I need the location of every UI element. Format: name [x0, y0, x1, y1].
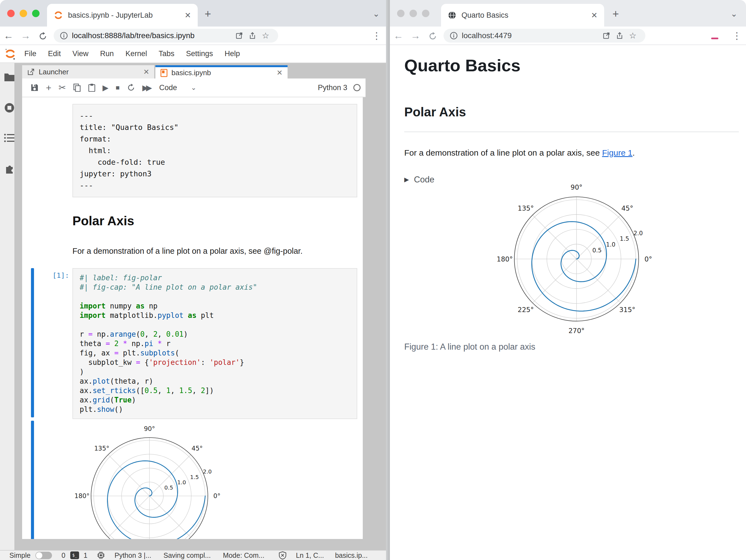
cursor-position[interactable]: Ln 1, C... [296, 552, 324, 559]
stop-kernel-icon[interactable]: ■ [116, 84, 120, 91]
running-kernels-icon[interactable] [4, 102, 15, 113]
simple-mode-toggle[interactable] [35, 552, 52, 559]
svg-text:315°: 315° [619, 306, 635, 314]
jupyterlab-statusbar: Simple 0 $_ 1 Python 3 |... Saving compl… [0, 550, 386, 560]
polar-plot-output: 0.51.01.52.00°45°90°135°180°225°270°315° [74, 420, 225, 539]
svg-text:180°: 180° [75, 492, 90, 499]
svg-text:2.0: 2.0 [633, 230, 643, 237]
minimize-window-button[interactable] [409, 10, 417, 17]
jupyter-favicon [54, 10, 63, 20]
input-collapser[interactable] [31, 268, 34, 417]
bookmark-star-icon[interactable]: ☆ [262, 31, 269, 40]
open-in-new-icon[interactable] [602, 32, 610, 39]
minimize-window-button[interactable] [20, 10, 27, 17]
jupyterlab-main: Launcher ✕ basics.ipynb ✕ + ✂ [0, 63, 386, 550]
menubar-item-view[interactable]: View [73, 50, 88, 58]
svg-text:45°: 45° [621, 205, 633, 212]
site-info-icon[interactable] [450, 31, 458, 40]
mode-indicator[interactable]: Mode: Com... [223, 552, 264, 559]
cell-type-chevron-icon[interactable]: ⌄ [191, 84, 196, 91]
address-bar[interactable]: localhost:4479 ☆ [443, 29, 645, 42]
kernel-status-text[interactable]: Python 3 |... [114, 552, 151, 559]
url-text: localhost:4479 [462, 31, 512, 40]
share-icon[interactable] [249, 32, 256, 39]
notebook-file-icon [161, 69, 168, 77]
kernel-status-icon[interactable] [353, 84, 361, 91]
back-icon[interactable]: ← [390, 30, 407, 41]
site-info-icon[interactable] [60, 31, 68, 40]
restart-run-all-icon[interactable]: ▶▶ [142, 83, 150, 92]
page-title: Quarto Basics [404, 56, 739, 75]
menubar-item-tabs[interactable]: Tabs [159, 50, 174, 58]
reload-icon[interactable] [34, 30, 51, 41]
statusbar-filename: basics.ip... [335, 552, 368, 559]
output-collapser[interactable] [31, 421, 34, 539]
browser-toolbar: ← → localhost:8888/lab/tree/basics.ipynb [0, 27, 390, 45]
table-of-contents-icon[interactable] [4, 133, 15, 143]
quarto-page: Quarto Basics Polar Axis For a demonstra… [404, 45, 739, 185]
zoom-window-button[interactable] [422, 10, 429, 17]
close-window-button[interactable] [7, 10, 15, 17]
svg-text:1.5: 1.5 [190, 474, 199, 480]
menubar-item-run[interactable]: Run [100, 50, 114, 58]
new-tab-button[interactable]: + [205, 8, 211, 19]
file-browser-icon[interactable] [4, 72, 15, 82]
browser-tab-jupyterlab[interactable]: basics.ipynb - JupyterLab ✕ [47, 4, 198, 27]
menubar-item-kernel[interactable]: Kernel [125, 50, 147, 58]
cell-type-dropdown[interactable]: Code [159, 84, 177, 92]
zoom-window-button[interactable] [32, 10, 39, 17]
forward-icon[interactable]: → [17, 30, 34, 41]
extension-manager-icon[interactable] [4, 163, 15, 174]
macos-traffic-lights[interactable] [7, 10, 39, 17]
browser-tab-quarto[interactable]: Quarto Basics ✕ [441, 4, 604, 27]
jupyter-logo [4, 48, 17, 60]
kernel-name[interactable]: Python 3 [318, 84, 347, 92]
tab-close-icon[interactable]: ✕ [176, 11, 191, 20]
document-tabbar: Launcher ✕ basics.ipynb ✕ [22, 65, 366, 79]
tab-search-chevron-icon[interactable]: ⌄ [373, 9, 380, 19]
open-in-new-icon[interactable] [235, 32, 243, 39]
insert-cell-icon[interactable]: + [46, 82, 51, 93]
menubar-item-edit[interactable]: Edit [48, 50, 61, 58]
markdown-paragraph: For a demonstration of a line plot on a … [73, 246, 303, 256]
svg-text:1.5: 1.5 [620, 235, 629, 242]
globe-favicon [448, 11, 457, 20]
svg-text:1.0: 1.0 [177, 479, 186, 485]
share-icon[interactable] [616, 32, 624, 39]
paste-cells-icon[interactable] [88, 84, 95, 92]
notebook-toolbar: + ✂ ▶ ■ ▶▶ Code ⌄ Python 3 [22, 79, 366, 97]
disclosure-triangle-icon: ▶ [404, 176, 409, 183]
menubar-item-file[interactable]: File [24, 50, 36, 58]
menubar-item-settings[interactable]: Settings [186, 50, 213, 58]
run-cell-icon[interactable]: ▶ [103, 83, 109, 92]
tab-search-chevron-icon[interactable]: ⌄ [730, 9, 738, 19]
forward-icon[interactable]: → [407, 30, 424, 41]
reload-icon[interactable] [424, 30, 441, 41]
section-divider [404, 131, 739, 132]
close-window-button[interactable] [397, 10, 404, 17]
tab-launcher-close-icon[interactable]: ✕ [143, 68, 149, 76]
save-icon[interactable] [30, 84, 39, 92]
bookmark-star-icon[interactable]: ☆ [629, 31, 636, 40]
macos-traffic-lights[interactable] [397, 10, 429, 17]
raw-yaml-cell[interactable]: ---title: "Quarto Basics"format: html: c… [73, 104, 357, 197]
launcher-icon [27, 68, 35, 76]
address-bar[interactable]: localhost:8888/lab/tree/basics.ipynb ☆ [54, 29, 278, 42]
tab-notebook[interactable]: basics.ipynb ✕ [155, 65, 288, 79]
code-fold-label: Code [414, 175, 434, 185]
menubar-item-help[interactable]: Help [225, 50, 240, 58]
browser-menu-icon[interactable]: ⋮ [372, 30, 381, 41]
back-icon[interactable]: ← [0, 30, 17, 41]
cut-cells-icon[interactable]: ✂ [59, 82, 66, 93]
restart-kernel-icon[interactable] [127, 84, 135, 92]
code-cell[interactable]: #| label: fig-polar#| fig-cap: "A line p… [73, 268, 357, 419]
paragraph-text: For a demonstration of a line plot on a … [404, 148, 602, 157]
notebook-scroll-area[interactable]: ---title: "Quarto Basics"format: html: c… [22, 97, 363, 539]
new-tab-button[interactable]: + [612, 8, 619, 19]
copy-cells-icon[interactable] [73, 84, 81, 92]
tab-notebook-close-icon[interactable]: ✕ [277, 68, 283, 77]
tab-close-icon[interactable]: ✕ [583, 11, 598, 20]
tab-launcher[interactable]: Launcher ✕ [22, 65, 155, 79]
figure-link[interactable]: Figure 1 [602, 148, 632, 157]
browser-menu-icon[interactable]: ⋮ [732, 30, 742, 41]
